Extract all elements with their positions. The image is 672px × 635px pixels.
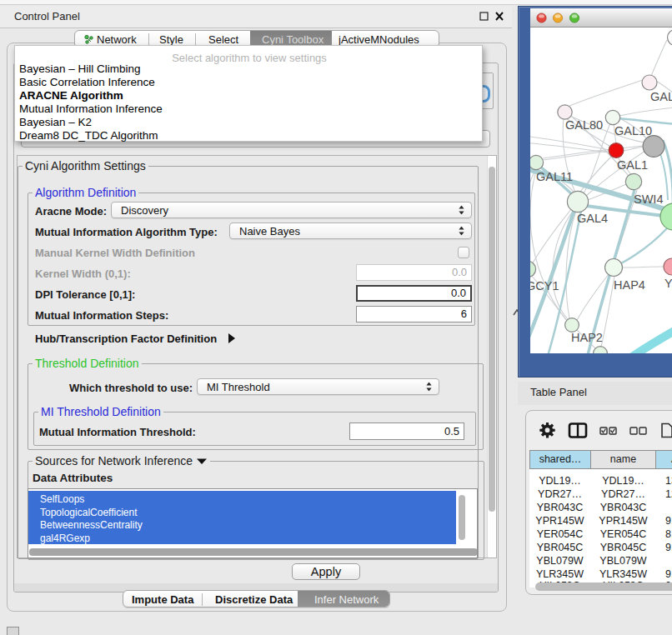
svg-text:HAP4: HAP4 — [614, 278, 645, 292]
svg-text:GAL4: GAL4 — [577, 212, 608, 225]
svg-text:GAL11: GAL11 — [536, 170, 573, 183]
svg-text:GAL80: GAL80 — [565, 118, 603, 132]
svg-text:GAL10: GAL10 — [614, 124, 652, 138]
svg-text:GAL1: GAL1 — [617, 158, 648, 172]
svg-text:GAL: GAL — [650, 90, 672, 103]
svg-text:HAP2: HAP2 — [571, 331, 603, 344]
svg-text:GCY1: GCY1 — [530, 279, 559, 292]
svg-text:Y: Y — [664, 277, 672, 290]
svg-text:SWI4: SWI4 — [634, 192, 663, 206]
